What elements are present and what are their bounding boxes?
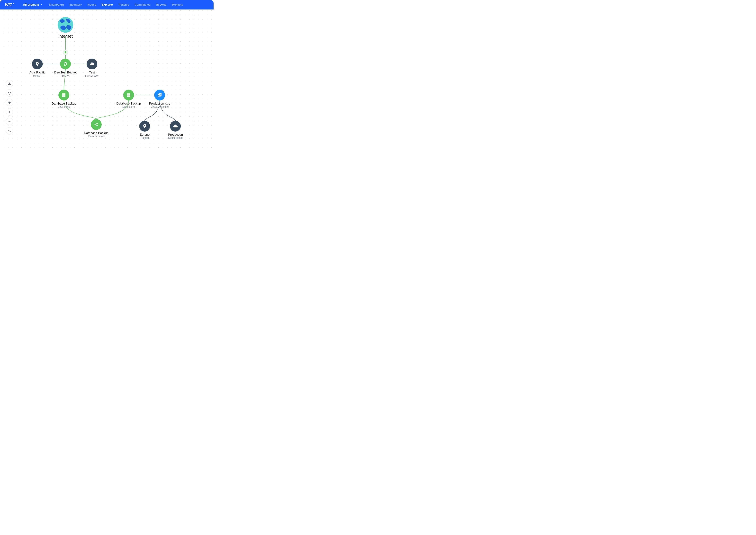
- node-subtitle: Region: [33, 74, 42, 77]
- node-db1[interactable]: Database Backup Data Store: [51, 90, 76, 108]
- grid-icon: [58, 90, 69, 100]
- node-europe[interactable]: Europe Region: [139, 121, 150, 139]
- layers-icon: [8, 91, 11, 95]
- node-title: Database Backup: [51, 102, 76, 105]
- nav-item-inventory[interactable]: Inventory: [70, 3, 82, 6]
- target-icon: [8, 101, 11, 104]
- nav-item-explorer[interactable]: Explorer: [101, 3, 113, 6]
- node-title: Database Backup: [116, 102, 141, 105]
- brand-logo[interactable]: WIZ ✦: [5, 3, 14, 7]
- pin-icon: [32, 59, 43, 70]
- bucket-icon: [60, 59, 71, 70]
- graph-layer: Internet Asia Pacific Region Dev Test Bu…: [0, 10, 213, 151]
- minus-icon: [8, 120, 11, 123]
- pin-icon: [139, 121, 150, 131]
- node-title: Test: [89, 71, 95, 74]
- canvas-toolbar: [6, 80, 13, 134]
- node-title: Asia Pacific: [29, 71, 45, 74]
- node-subtitle: Data Schema: [88, 135, 104, 138]
- nav-item-policies[interactable]: Policies: [119, 3, 129, 6]
- node-subtitle: Region: [141, 136, 149, 139]
- node-subtitle: Virtual Machine: [151, 105, 169, 108]
- explorer-canvas[interactable]: Internet Asia Pacific Region Dev Test Bu…: [0, 10, 213, 151]
- node-title: Europe: [140, 133, 150, 136]
- node-subtitle: Data Store: [58, 105, 70, 108]
- app-window: WIZ ✦ All projects ▼ DashboardInventoryI…: [0, 0, 213, 151]
- crown-jewel-badge[interactable]: [63, 49, 68, 55]
- nav-items: DashboardInventoryIssuesExplorerPolicies…: [49, 3, 183, 6]
- cloud-icon: [170, 121, 181, 131]
- cloud-icon: [87, 59, 98, 70]
- nav-item-issues[interactable]: Issues: [87, 3, 96, 6]
- node-subtitle: Bucket: [62, 74, 70, 77]
- expand-icon: [8, 129, 11, 132]
- nav-item-reports[interactable]: Reports: [156, 3, 166, 6]
- node-title: Production App: [149, 102, 170, 105]
- tool-graph-layout[interactable]: [6, 80, 13, 87]
- gem-icon: [64, 51, 67, 54]
- node-test[interactable]: Test Subscription: [85, 59, 99, 77]
- project-selector[interactable]: All projects ▼: [23, 3, 42, 7]
- node-schema[interactable]: Database Backup Data Schema: [84, 119, 108, 138]
- node-title: Production: [168, 133, 183, 136]
- globe-icon: [58, 17, 73, 33]
- node-subtitle: Data Store: [123, 105, 135, 108]
- node-title: Database Backup: [84, 131, 108, 135]
- tool-focus[interactable]: [6, 99, 13, 106]
- nav-item-projects[interactable]: Projects: [172, 3, 183, 6]
- node-subtitle: Subscription: [85, 74, 99, 77]
- nav-item-compliance[interactable]: Compliance: [135, 3, 151, 6]
- node-subtitle: Subscription: [168, 136, 182, 139]
- project-selector-label: All projects: [23, 3, 39, 7]
- nav-item-dashboard[interactable]: Dashboard: [49, 3, 64, 6]
- squares-icon: [154, 90, 165, 100]
- tool-fullscreen[interactable]: [6, 127, 13, 134]
- sparkle-icon: ✦: [13, 3, 14, 4]
- node-db2[interactable]: Database Backup Data Store: [116, 90, 141, 108]
- tool-layers[interactable]: [6, 89, 13, 97]
- tool-zoom-out[interactable]: [6, 118, 13, 125]
- share-icon: [91, 119, 101, 130]
- tool-zoom-in[interactable]: [6, 108, 13, 116]
- plus-icon: [8, 110, 11, 114]
- node-bucket[interactable]: Dev Test Bucket Bucket: [54, 59, 77, 77]
- grid-icon: [123, 90, 134, 100]
- node-title: Dev Test Bucket: [54, 71, 77, 74]
- node-title: Internet: [58, 34, 73, 39]
- node-internet[interactable]: Internet: [58, 17, 73, 39]
- tree-icon: [8, 82, 11, 85]
- node-asia[interactable]: Asia Pacific Region: [29, 59, 45, 77]
- top-navbar: WIZ ✦ All projects ▼ DashboardInventoryI…: [0, 0, 213, 10]
- svg-point-0: [58, 17, 73, 33]
- node-prod[interactable]: Production Subscription: [168, 121, 183, 139]
- node-papp[interactable]: Production App Virtual Machine: [149, 90, 170, 108]
- brand-text: WIZ: [5, 3, 12, 7]
- chevron-down-icon: ▼: [41, 4, 42, 6]
